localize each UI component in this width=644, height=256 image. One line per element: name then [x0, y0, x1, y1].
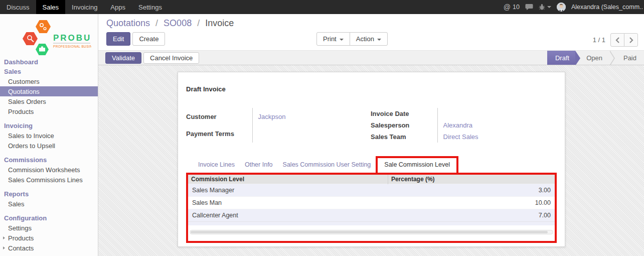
caret-down-icon [377, 39, 381, 41]
status-open[interactable]: Open [575, 51, 610, 65]
action-button[interactable]: Action [350, 32, 388, 46]
sidebar-item-label: Products [8, 234, 34, 242]
chat-bubble-icon[interactable] [525, 4, 533, 11]
commission-level-cell: Sales Manager [188, 184, 388, 197]
sales-team-value[interactable]: Direct Sales [443, 133, 478, 141]
notebook: Invoice Lines Other Info Sales Commissio… [186, 155, 557, 243]
chevron-left-icon [615, 37, 620, 43]
sidebar-item-label: Contacts [8, 244, 34, 252]
sidebar-section-invoicing[interactable]: Invoicing [0, 121, 98, 131]
user-menu[interactable]: Alexandra (Sales_comm.. [571, 4, 643, 11]
pager: 1 / 1 [593, 33, 638, 47]
invoice-form-sheet: Draft Invoice Customer Jackpson Payment … [178, 72, 565, 247]
invoice-title: Draft Invoice [186, 85, 557, 93]
sidebar-item-config-contacts[interactable]: Contacts [0, 243, 98, 253]
sidebar-item-sales-orders[interactable]: Sales Orders [0, 96, 98, 106]
sidebar-item-orders-to-upsell[interactable]: Orders to Upsell [0, 141, 98, 151]
content-area: Draft Invoice Customer Jackpson Payment … [98, 65, 644, 256]
column-header-commission-level[interactable]: Commission Level [188, 175, 388, 184]
caret-right-icon [3, 236, 5, 239]
at-icon: @ [504, 3, 511, 11]
sidebar-section-reports[interactable]: Reports [0, 189, 98, 199]
salesperson-value[interactable]: Alexandra [443, 121, 473, 129]
topnav-discuss[interactable]: Discuss [0, 0, 36, 14]
topnav-sales[interactable]: Sales [36, 0, 66, 14]
status-draft[interactable]: Draft [547, 51, 575, 65]
debug-menu[interactable] [539, 4, 551, 11]
edit-button[interactable]: Edit [106, 32, 130, 46]
commission-level-cell: Callcenter Agent [188, 209, 388, 222]
table-row[interactable]: Sales Man 10.00 [188, 197, 555, 209]
sales-team-label: Sales Team [371, 131, 437, 143]
print-button[interactable]: Print [316, 32, 350, 46]
percentage-cell: 3.00 [388, 184, 555, 197]
sidebar-item-config-products[interactable]: Products [0, 233, 98, 243]
sidebar-item-commission-worksheets[interactable]: Commission Worksheets [0, 165, 98, 175]
probuse-logo: PROBUSE PROFESSIONAL BUSINESS [0, 14, 98, 57]
sidebar-section-commissions[interactable]: Commissions [0, 155, 98, 165]
pager-value: 1 / 1 [593, 36, 605, 44]
sidebar-item-sales-to-invoice[interactable]: Sales to Invoice [0, 131, 98, 141]
create-button[interactable]: Create [132, 32, 165, 46]
topnav-invoicing[interactable]: Invoicing [65, 0, 104, 14]
avatar[interactable] [557, 3, 566, 12]
breadcrumb-quotations[interactable]: Quotations [106, 18, 150, 28]
percentage-cell: 7.00 [388, 209, 555, 222]
sidebar-item-reports-sales[interactable]: Sales [0, 199, 98, 209]
sidebar-item-quotations[interactable]: Quotations [0, 86, 98, 96]
logo-hex-orange [36, 20, 51, 33]
sidebar-nav: Dashboard Sales Customers Quotations Sal… [0, 57, 98, 253]
tab-other-info[interactable]: Other Info [240, 157, 278, 173]
cancel-invoice-button[interactable]: Cancel Invoice [143, 52, 199, 64]
logo-title: PROBUSE [53, 33, 91, 43]
pager-previous-button[interactable] [610, 33, 624, 47]
sidebar-item-products[interactable]: Products [0, 106, 98, 116]
column-header-percentage[interactable]: Percentage (%) [388, 175, 555, 184]
payment-terms-value [252, 125, 371, 143]
invoice-date-label: Invoice Date [371, 108, 437, 119]
breadcrumb-so008[interactable]: SO008 [164, 18, 192, 28]
topnav-settings[interactable]: Settings [132, 0, 169, 14]
tab-invoice-lines[interactable]: Invoice Lines [193, 157, 240, 173]
statusbar: Validate Cancel Invoice Draft Open Paid [98, 50, 644, 65]
tab-bar: Invoice Lines Other Info Sales Commissio… [186, 155, 557, 173]
validate-button[interactable]: Validate [105, 52, 141, 64]
customer-value[interactable]: Jackpson [258, 113, 286, 120]
sidebar-section-dashboard[interactable]: Dashboard [0, 57, 98, 67]
sidebar: PROBUSE PROFESSIONAL BUSINESS Dashboard … [0, 14, 98, 256]
top-navbar: Discuss Sales Invoicing Apps Settings @ … [0, 0, 644, 14]
commission-level-cell: Sales Man [188, 197, 388, 209]
sidebar-item-settings[interactable]: Settings [0, 223, 98, 233]
chevron-right-icon [629, 37, 633, 43]
topnav-apps[interactable]: Apps [104, 0, 132, 14]
logo-subtitle: PROFESSIONAL BUSINESS [53, 45, 91, 48]
table-row[interactable]: Sales Manager 3.00 [188, 184, 555, 197]
sidebar-item-customers[interactable]: Customers [0, 76, 98, 86]
pager-next-button[interactable] [624, 33, 638, 47]
empty-row [188, 222, 555, 225]
scrollbar-thumb[interactable] [191, 231, 548, 233]
customer-label: Customer [186, 108, 252, 125]
tab-sale-commission-level[interactable]: Sale Commission Level [376, 156, 458, 173]
mentions-counter[interactable]: @ 10 [504, 3, 520, 11]
chevron-separator-icon [610, 51, 616, 65]
action-button-group: Print Action [316, 32, 388, 46]
control-panel: Quotations / SO008 / Invoice Edit Create… [98, 14, 644, 50]
table-row[interactable]: Callcenter Agent 7.00 [188, 209, 555, 222]
salesperson-label: Salesperson [371, 119, 437, 131]
horizontal-scrollbar[interactable] [190, 230, 553, 234]
print-label: Print [323, 35, 337, 43]
odoo-app-window: Discuss Sales Invoicing Apps Settings @ … [0, 0, 644, 256]
status-paid[interactable]: Paid [616, 51, 644, 65]
tab-sales-commission-user-setting[interactable]: Sales Commission User Setting [278, 157, 376, 173]
percentage-cell: 10.00 [388, 197, 555, 209]
breadcrumb-separator: / [155, 18, 158, 28]
caret-right-icon [3, 246, 5, 249]
breadcrumb: Quotations / SO008 / Invoice [106, 18, 636, 29]
action-label: Action [356, 35, 374, 43]
sidebar-item-sales-commissions-lines[interactable]: Sales Commissions Lines [0, 175, 98, 185]
invoice-date-value [437, 108, 557, 119]
sidebar-section-configuration[interactable]: Configuration [0, 213, 98, 223]
sidebar-section-sales[interactable]: Sales [0, 67, 98, 76]
breadcrumb-current: Invoice [205, 18, 234, 28]
